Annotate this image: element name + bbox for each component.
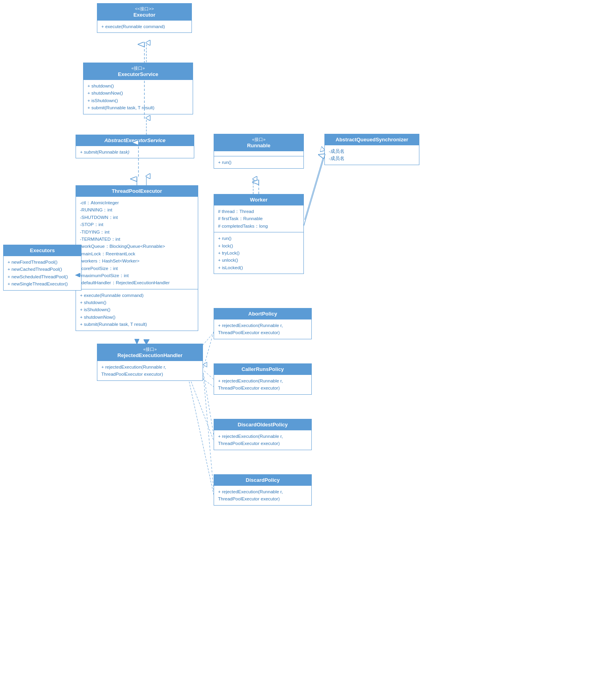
worker-method-1: + run() (218, 235, 299, 242)
dop-method-2: ThreadPoolExecutor executor) (218, 440, 307, 447)
worker-method-5: + isLocked() (218, 264, 299, 271)
aqs-field-1: -成员名 (329, 148, 415, 155)
crp-methods: + rejectedExecution(Runnable r, ThreadPo… (214, 375, 311, 394)
crp-header: CallerRunsPolicy (214, 364, 311, 375)
dp-method-2: ThreadPoolExecutor executor) (218, 495, 307, 502)
reh-name: RejectedExecutionHandler (118, 352, 183, 358)
executorservice-methods: + shutdown() + shutdownNow() + isShutdow… (83, 80, 193, 114)
dp-methods: + rejectedExecution(Runnable r, ThreadPo… (214, 485, 311, 505)
ap-method-2: ThreadPoolExecutor executor) (218, 329, 307, 336)
crp-method-2: ThreadPoolExecutor executor) (218, 384, 307, 392)
executor-class: <<接口>> Executor + execute(Runnable comma… (97, 3, 192, 33)
aqs-class: AbstractQueuedSynchronizer -成员名 -成员名 (324, 134, 419, 165)
tpe-field-7: -workQueue：BlockingQueue<Runnable> (80, 243, 194, 250)
reh-method-1: + rejectedExecution(Runnable r, (101, 363, 199, 371)
tpe-methods: + execute(Runnable command) + shutdown()… (76, 289, 198, 331)
tpe-method-3: + isShutdown() (80, 306, 194, 313)
executorservice-class: «接口» ExecutorService + shutdown() + shut… (83, 63, 193, 114)
executorservice-header: «接口» ExecutorService (83, 63, 193, 80)
dp-method-1: + rejectedExecution(Runnable r, (218, 488, 307, 495)
executor-method-1: + execute(Runnable command) (101, 23, 188, 30)
worker-methods: + run() + lock() + tryLock() + unlock() … (214, 232, 303, 274)
tpe-method-4: + shutdownNow() (80, 314, 194, 321)
runnable-method-1: + run() (218, 159, 299, 166)
tpe-field-5: -TIDYING：int (80, 228, 194, 236)
worker-name: Worker (250, 197, 268, 203)
exec-method-3: + newScheduledThreadPool() (8, 273, 77, 280)
reh-methods: + rejectedExecution(Runnable r, ThreadPo… (97, 361, 203, 380)
svg-line-33 (203, 375, 214, 490)
tpe-field-9: -workers：HashSet<Worker> (80, 257, 194, 264)
tpe-field-2: -RUNNING：int (80, 206, 194, 213)
aqs-name: AbstractQueuedSynchronizer (335, 137, 408, 143)
svg-line-16 (188, 372, 214, 443)
reh-method-2: ThreadPoolExecutor executor) (101, 371, 199, 378)
worker-method-3: + tryLock() (218, 249, 299, 257)
worker-fields: # thread：Thread # firstTask：Runnable # c… (214, 205, 303, 232)
ap-header: AbortPolicy (214, 308, 311, 319)
es-method-2: + shutdownNow() (87, 89, 189, 97)
executor-methods: + execute(Runnable command) (97, 20, 191, 32)
worker-method-2: + lock() (218, 242, 299, 249)
es-method-4: + submit(Runnable task, T result) (87, 104, 189, 111)
tpe-field-8: -mainLock：ReentrantLock (80, 250, 194, 257)
ap-methods: + rejectedExecution(Runnable r, ThreadPo… (214, 319, 311, 339)
worker-field-3: # completedTasks：long (218, 222, 299, 230)
uml-diagram: <<接口>> Executor + execute(Runnable comma… (0, 0, 616, 694)
tpe-field-4: -STOP：int (80, 221, 194, 228)
aes-method-1: + submit(Runnable task) (80, 148, 190, 156)
svg-line-31 (203, 370, 214, 379)
svg-marker-34 (203, 362, 207, 367)
executor-stereotype: <<接口>> (101, 6, 188, 12)
discardoldestpolicy-class: DiscardOldestPolicy + rejectedExecution(… (214, 419, 312, 450)
tpe-field-11: -maximumPoolSize：int (80, 272, 194, 279)
executors-header: Executors (4, 245, 81, 256)
worker-method-4: + unlock() (218, 257, 299, 264)
threadpoolexecutor-class: ThreadPoolExecutor -ctl：AtomicInteger -R… (76, 185, 198, 331)
svg-line-32 (203, 373, 214, 435)
dp-header: DiscardPolicy (214, 475, 311, 485)
dp-name: DiscardPolicy (246, 477, 280, 483)
tpe-fields: -ctl：AtomicInteger -RUNNING：int -SHUTDOW… (76, 196, 198, 289)
tpe-method-5: + submit(Runnable task, T result) (80, 321, 194, 328)
tpe-field-3: -SHUTDOWN：int (80, 214, 194, 221)
tpe-field-10: -corePoolSize：int (80, 265, 194, 272)
callerrunspolicy-class: CallerRunsPolicy + rejectedExecution(Run… (214, 363, 312, 395)
ap-name: AbortPolicy (248, 311, 277, 317)
crp-name: CallerRunsPolicy (242, 366, 284, 372)
exec-method-2: + newCachedThreadPool() (8, 266, 77, 273)
ap-method-1: + rejectedExecution(Runnable r, (218, 322, 307, 329)
reh-header: «接口» RejectedExecutionHandler (97, 344, 203, 361)
es-method-1: + shutdown() (87, 82, 189, 89)
worker-field-1: # thread：Thread (218, 208, 299, 215)
worker-header: Worker (214, 194, 303, 205)
executors-name: Executors (30, 247, 55, 253)
svg-line-17 (188, 374, 214, 498)
exec-method-4: + newSingleThreadExecutor() (8, 280, 77, 287)
svg-line-9 (305, 150, 325, 220)
discardpolicy-class: DiscardPolicy + rejectedExecution(Runnab… (214, 474, 312, 506)
dop-method-1: + rejectedExecution(Runnable r, (218, 433, 307, 440)
tpe-method-2: + shutdown() (80, 299, 194, 306)
abortpolicy-class: AbortPolicy + rejectedExecution(Runnable… (214, 308, 312, 339)
reh-class: «接口» RejectedExecutionHandler + rejected… (97, 344, 203, 381)
tpe-field-1: -ctl：AtomicInteger (80, 199, 194, 206)
executor-name: Executor (133, 12, 155, 18)
runnable-class: «接口» Runnable + run() (214, 134, 304, 169)
aqs-header: AbstractQueuedSynchronizer (325, 134, 419, 145)
runnable-header: «接口» Runnable (214, 134, 303, 151)
aes-name: AbstractExecutorService (104, 137, 166, 143)
runnable-empty (214, 151, 303, 156)
dop-name: DiscardOldestPolicy (238, 422, 288, 428)
dop-methods: + rejectedExecution(Runnable r, ThreadPo… (214, 430, 311, 450)
aqs-fields: -成员名 -成员名 (325, 145, 419, 165)
tpe-method-1: + execute(Runnable command) (80, 292, 194, 299)
aes-methods: + submit(Runnable task) (76, 146, 194, 158)
executorservice-stereotype: «接口» (87, 65, 189, 71)
runnable-methods: + run() (214, 156, 303, 168)
svg-line-27 (304, 156, 324, 226)
executors-methods: + newFixedThreadPool() + newCachedThread… (4, 256, 81, 290)
executorservice-name: ExecutorService (118, 71, 158, 77)
exec-method-1: + newFixedThreadPool() (8, 259, 77, 266)
reh-stereotype: «接口» (101, 346, 199, 352)
